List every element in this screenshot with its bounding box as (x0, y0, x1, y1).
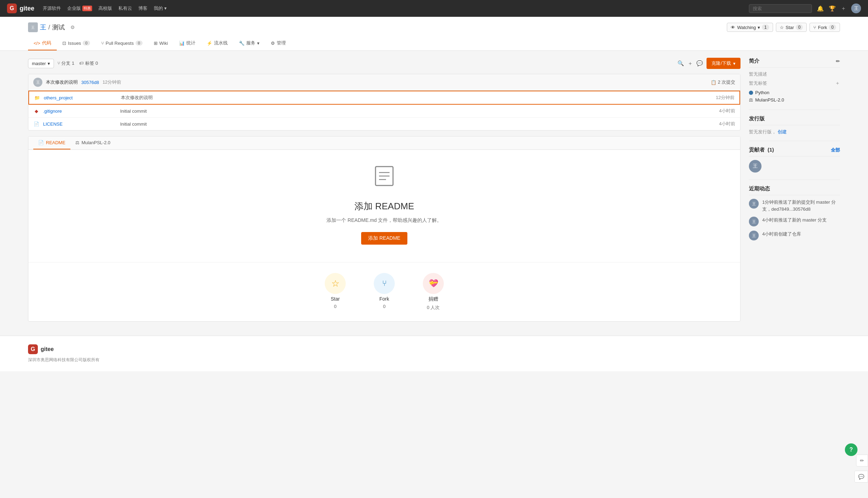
readme-title: 添加 README (42, 200, 726, 212)
fork-button[interactable]: ⑂ Fork 0 (810, 23, 840, 32)
content-left: master ▾ ⑂ 分支 1 🏷 标签 0 🔍 ＋ 💬 克隆/下载 ▾ 王 本… (28, 58, 740, 322)
file-name-2[interactable]: LICENSE (43, 121, 113, 127)
fork-stat-count: 0 (383, 304, 385, 309)
footer-logo-icon: G (28, 344, 38, 354)
repo-actions: 👁 Watching ▾ 1 ☆ Star 0 ⑂ Fork 0 (727, 23, 840, 32)
repo-name[interactable]: 测试 (52, 23, 65, 31)
star-button[interactable]: ☆ Star 0 (776, 23, 807, 32)
repo-tabs: </> 代码 ⊡ Issues 0 ⑂ Pull Requests 0 ⊞ Wi… (28, 36, 840, 50)
owner-name[interactable]: 王 (40, 23, 46, 31)
no-release-text: 暂无发行版， 创建 (749, 129, 840, 135)
topnav: G gitee 开源软件 企业版 特惠 高校版 私有云 博客 我的 ▾ 🔔 🏆 … (0, 0, 868, 17)
stats-icon: 📊 (179, 41, 185, 46)
fork-stat-label: Fork (379, 296, 389, 302)
file-name-0[interactable]: others_project (44, 95, 114, 100)
nav-private[interactable]: 私有云 (118, 5, 132, 12)
chevron-down-icon: ▾ (48, 61, 50, 66)
star-stat-icon[interactable]: ☆ (325, 273, 346, 294)
edit-intro-icon[interactable]: ✏ (836, 58, 840, 64)
eye-icon: 👁 (731, 25, 735, 30)
fork-icon: ⑂ (813, 25, 816, 30)
nav-opensource[interactable]: 开源软件 (43, 5, 61, 12)
manage-icon: ⚙ (271, 41, 275, 46)
tab-wiki[interactable]: ⊞ Wiki (148, 36, 174, 50)
tab-stats[interactable]: 📊 统计 (173, 36, 201, 50)
add-tag-icon[interactable]: ＋ (835, 80, 840, 86)
clone-button[interactable]: 克隆/下载 ▾ (707, 58, 740, 69)
tab-code[interactable]: </> 代码 (28, 36, 57, 50)
search-input[interactable] (749, 4, 812, 13)
nav-blog[interactable]: 博客 (138, 5, 147, 12)
license-tab[interactable]: ⚖ MulanPSL-2.0 (70, 136, 115, 149)
notification-icon[interactable]: 🔔 (817, 5, 824, 12)
watching-button[interactable]: 👁 Watching ▾ 1 (727, 23, 773, 32)
release-title: 发行版 (749, 115, 840, 125)
activity-avatar-1: 王 (749, 217, 759, 226)
logo-text: gitee (20, 5, 34, 12)
commit-count[interactable]: 📋 2 次提交 (711, 79, 735, 85)
file-row: ◆ .gitignore Initial commit 4小时前 (28, 105, 740, 118)
donate-stat: 💝 捐赠 0 人次 (423, 273, 444, 311)
settings-icon[interactable]: ⚙ (70, 24, 75, 30)
fork-stat-icon[interactable]: ⑂ (374, 273, 395, 294)
add-file-icon[interactable]: ＋ (688, 60, 693, 67)
nav-enterprise[interactable]: 企业版 特惠 (67, 5, 92, 12)
fork-stat: ⑂ Fork 0 (374, 273, 395, 311)
pr-icon: ⑂ (101, 41, 104, 46)
commit-author-avatar: 王 (33, 78, 42, 87)
contributors-all-link[interactable]: 全部 (831, 147, 840, 153)
file-time-0: 12分钟前 (716, 94, 735, 101)
readme-tab[interactable]: 📄 README (33, 136, 70, 149)
activity-text-0: 1分钟前推送了新的提交到 master 分支，ded7849...30576d8 (762, 199, 840, 212)
code-icon: </> (34, 41, 40, 46)
nav-mine[interactable]: 我的 ▾ (154, 5, 167, 12)
star-stat-label: Star (331, 296, 340, 302)
sidebar-release: 发行版 暂无发行版， 创建 (749, 115, 840, 135)
toolbar-icons: 🔍 ＋ 💬 (677, 60, 703, 67)
tab-pulls[interactable]: ⑂ Pull Requests 0 (96, 36, 148, 50)
comment-icon[interactable]: 💬 (696, 60, 703, 67)
commit-hash[interactable]: 30576d8 (81, 80, 99, 85)
file-table: 王 本次修改的说明 30576d8 12分钟前 📋 2 次提交 📁 others… (28, 74, 740, 131)
no-tag: 暂无标签 (749, 80, 767, 86)
pulls-count: 0 (136, 41, 143, 45)
main-content: master ▾ ⑂ 分支 1 🏷 标签 0 🔍 ＋ 💬 克隆/下载 ▾ 王 本… (0, 51, 868, 329)
activity-avatar-2: 王 (749, 231, 759, 240)
enterprise-badge: 特惠 (82, 6, 92, 11)
language-tag: Python (749, 90, 840, 95)
tab-pipeline[interactable]: ⚡ 流水线 (201, 36, 233, 50)
tag-count[interactable]: 🏷 标签 0 (79, 60, 98, 66)
issues-icon: ⊡ (62, 41, 66, 46)
tab-manage[interactable]: ⚙ 管理 (265, 36, 291, 50)
tab-services[interactable]: 🔧 服务 ▾ (233, 36, 265, 50)
activity-text-2: 4小时前创建了仓库 (762, 231, 801, 238)
trophy-icon[interactable]: 🏆 (829, 5, 836, 12)
add-readme-button[interactable]: 添加 README (361, 232, 407, 245)
chevron-down-icon-btn: ▾ (733, 61, 736, 66)
tab-issues[interactable]: ⊡ Issues 0 (57, 36, 96, 50)
star-stat-count: 0 (334, 304, 336, 309)
file-commit-msg-0: 本次修改的说明 (114, 94, 716, 101)
donate-stat-icon[interactable]: 💝 (423, 273, 444, 294)
create-release-link[interactable]: 创建 (778, 129, 787, 134)
footer-copyright: 深圳市奥思网络科技有限公司版权所有 (28, 357, 840, 363)
plus-icon[interactable]: ＋ (841, 5, 846, 12)
footer-logo: G gitee (28, 344, 840, 354)
branch-count[interactable]: ⑂ 分支 1 (57, 60, 74, 66)
user-avatar[interactable]: 王 (851, 3, 861, 13)
readme-tabs: 📄 README ⚖ MulanPSL-2.0 (28, 136, 740, 150)
pipeline-icon: ⚡ (207, 41, 212, 46)
contributor-avatar[interactable]: 王 (749, 160, 762, 173)
license-tag: ⚖ MulanPSL-2.0 (749, 97, 840, 103)
right-sidebar: 简介 ✏ 暂无描述 暂无标签 ＋ Python ⚖ MulanPSL-2.0 发… (749, 58, 840, 322)
logo[interactable]: G gitee (7, 3, 34, 13)
file-name-1[interactable]: .gitignore (43, 108, 113, 114)
topnav-right: 🔔 🏆 ＋ 王 (749, 3, 861, 13)
branch-select[interactable]: master ▾ (28, 59, 54, 68)
services-icon: 🔧 (239, 41, 244, 46)
nav-university[interactable]: 高校版 (98, 5, 112, 12)
footer: G gitee 深圳市奥思网络科技有限公司版权所有 (0, 336, 868, 371)
search-icon[interactable]: 🔍 (677, 60, 684, 67)
donate-stat-label: 捐赠 (428, 296, 438, 302)
commit-message: 本次修改的说明 (46, 79, 78, 85)
